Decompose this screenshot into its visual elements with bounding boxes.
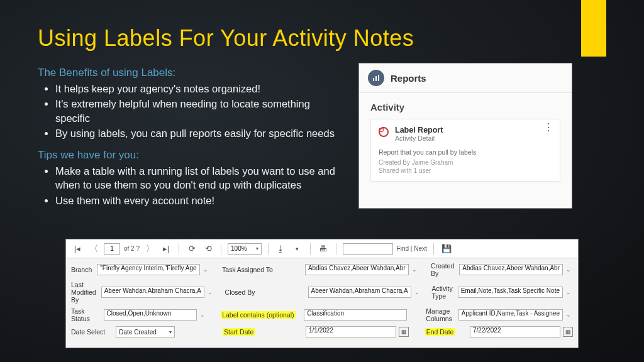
activity-type-label: Activity Type (431, 285, 452, 300)
start-date-label: Start Date (223, 328, 255, 336)
svg-rect-0 (373, 78, 374, 81)
chevron-down-icon[interactable]: ⌄ (198, 309, 207, 321)
report-created: Created By Jaime Graham (379, 158, 552, 167)
calendar-icon[interactable]: ▦ (563, 327, 573, 337)
svg-rect-1 (375, 76, 377, 81)
download-icon[interactable]: ⭳ (275, 243, 287, 255)
report-viewer: |◂ 〈 of 2 ? 〉 ▸| ⟳ ⟲ 100% ⭳ ▾ 🖶 Find | N… (65, 239, 579, 348)
closed-by-input[interactable]: Abeer Wahdan,Abraham Chacra,A (308, 287, 411, 298)
list-item: Make a table with a running list of labe… (55, 164, 340, 192)
last-page-icon[interactable]: ▸| (160, 243, 172, 255)
page-of-label: of 2 ? (124, 245, 140, 252)
chevron-down-icon[interactable]: ⌄ (564, 287, 573, 298)
first-page-icon[interactable]: |◂ (71, 243, 84, 255)
reports-header: Reports (359, 63, 572, 93)
accent-bar (581, 0, 606, 57)
chevron-down-icon[interactable]: ⌄ (564, 264, 573, 275)
save-icon[interactable]: 💾 (440, 243, 453, 255)
activity-heading: Activity (370, 102, 560, 112)
branch-label: Branch (71, 266, 92, 273)
chevron-down-icon[interactable]: ⌄ (201, 264, 210, 275)
manage-columns-input[interactable]: Applicant ID,Name,Task - Assignee (458, 309, 563, 321)
tips-heading: Tips we have for you: (38, 149, 340, 162)
filter-grid: Branch "Firefly Agency Interim,"Firefly … (66, 258, 578, 348)
task-status-label: Task Status (71, 307, 99, 322)
chevron-down-icon[interactable]: ⌄ (206, 287, 214, 298)
svg-rect-2 (378, 75, 379, 81)
print-icon[interactable]: 🖶 (317, 243, 330, 255)
benefits-list: It helps keep your agency's notes organi… (38, 82, 340, 140)
last-modified-label: Last Modified By (71, 281, 96, 304)
created-by-input[interactable]: Abdias Chavez,Abeer Wahdan,Abr (459, 264, 563, 275)
zoom-value: 100% (231, 245, 247, 252)
chevron-down-icon[interactable]: ▾ (291, 243, 304, 255)
closed-by-label: Closed By (225, 288, 303, 296)
end-date-input[interactable]: 7/22/2022 (470, 326, 560, 337)
text-column: The Benefits of using Labels: It helps k… (38, 63, 340, 209)
list-item: It's extremely helpful when needing to l… (55, 97, 340, 125)
label-contains-input[interactable]: Classification (304, 309, 407, 321)
task-status-input[interactable]: Closed,Open,Unknown (104, 309, 197, 321)
bar-chart-icon (368, 70, 384, 86)
zoom-select[interactable]: 100% (228, 243, 262, 255)
refresh-icon[interactable]: ⟳ (186, 243, 198, 255)
branch-input[interactable]: "Firefly Agency Interim,"Firefly Age (97, 264, 199, 275)
report-item[interactable]: ⋮ Label Report Activity Detail Report th… (370, 119, 560, 182)
date-select-dropdown[interactable]: Date Created (116, 326, 174, 337)
next-page-icon[interactable]: 〉 (143, 243, 156, 255)
prev-page-icon[interactable]: 〈 (87, 243, 100, 255)
back-icon[interactable]: ⟲ (202, 243, 214, 255)
history-icon (379, 127, 389, 137)
list-item: It helps keep your agency's notes organi… (55, 82, 340, 96)
reports-title: Reports (391, 73, 426, 84)
viewer-toolbar: |◂ 〈 of 2 ? 〉 ▸| ⟳ ⟲ 100% ⭳ ▾ 🖶 Find | N… (66, 239, 578, 258)
task-assigned-label: Task Assigned To (222, 266, 300, 273)
date-select-value: Date Created (119, 329, 156, 336)
find-input[interactable] (343, 243, 393, 255)
list-item: By using labels, you can pull reports ea… (55, 126, 340, 140)
report-subtitle: Activity Detail (395, 134, 552, 142)
start-date-input[interactable]: 1/1/2022 (306, 326, 396, 337)
date-select-label: Date Select (71, 328, 111, 336)
list-item: Use them with every account note! (55, 194, 340, 207)
manage-columns-label: Manage Columns (426, 307, 453, 322)
created-by-label: Created By (431, 262, 454, 277)
page-input[interactable] (104, 243, 120, 255)
chevron-down-icon[interactable]: ⌄ (413, 287, 421, 298)
chevron-down-icon[interactable]: ⌄ (410, 264, 419, 275)
page-title: Using Labels For Your Activity Notes (38, 25, 606, 52)
benefits-heading: The Benefits of using Labels: (38, 67, 340, 79)
tips-list: Make a table with a running list of labe… (38, 164, 340, 207)
task-assigned-input[interactable]: Abdias Chavez,Abeer Wahdan,Abr (305, 264, 409, 275)
kebab-icon[interactable]: ⋮ (543, 124, 553, 131)
end-date-label: End Date (425, 328, 455, 336)
calendar-icon[interactable]: ▦ (399, 327, 409, 337)
report-shared: Shared with 1 user (379, 167, 552, 175)
activity-type-input[interactable]: Email,Note,Task,Task Specific Note (458, 287, 563, 298)
reports-card: Reports Activity ⋮ Label Report Activity… (358, 63, 572, 209)
find-label[interactable]: Find | Next (397, 245, 427, 252)
label-contains-label: Label contains (optional) (221, 311, 295, 319)
last-modified-input[interactable]: Abeer Wahdan,Abraham Chacra,A (101, 287, 204, 298)
report-title: Label Report (395, 126, 552, 134)
slide-content: Using Labels For Your Activity Notes The… (0, 0, 644, 209)
report-description: Report that you can pull by labels (379, 148, 552, 156)
chevron-down-icon[interactable]: ⌄ (564, 309, 573, 321)
